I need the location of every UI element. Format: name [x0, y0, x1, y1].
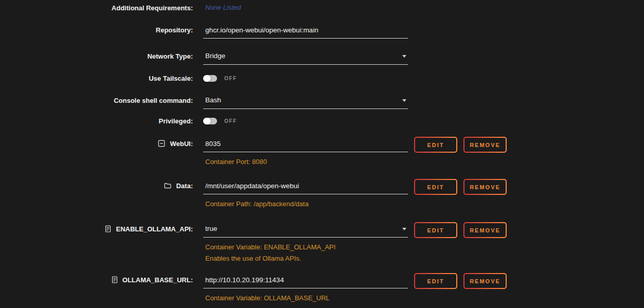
field-description: Enables the use of Ollama APIs.: [203, 255, 408, 262]
toggle-knob: [203, 75, 211, 82]
edit-button[interactable]: EDIT: [414, 273, 457, 289]
repository-input[interactable]: [203, 25, 408, 39]
enable-ollama-api-select[interactable]: true: [203, 224, 408, 238]
field-description: Container Port: 8080: [203, 158, 408, 166]
remove-button-label: REMOVE: [470, 184, 500, 190]
console-shell-selected-value: Bash: [205, 96, 221, 104]
toggle-knob: [203, 118, 211, 124]
remove-button-label: REMOVE: [470, 278, 500, 284]
dropdown-arrow-icon: [402, 99, 406, 102]
dropdown-arrow-icon: [402, 228, 406, 230]
toggle-state-label: OFF: [224, 76, 237, 81]
field-description: Container Variable: ENABLE_OLLAMA_API: [203, 243, 408, 251]
remove-button-label: REMOVE: [470, 142, 500, 148]
field-label: OLLAMA_BASE_URL:: [122, 276, 193, 284]
privileged-toggle[interactable]: [203, 118, 217, 124]
field-label: ENABLE_OLLAMA_API:: [116, 225, 193, 233]
additional-requirements-value: None Listed: [203, 4, 408, 12]
webui-port-input[interactable]: [203, 138, 408, 152]
field-row-use-tailscale: Use Tailscale: OFF: [0, 74, 644, 82]
edit-button-label: EDIT: [427, 227, 444, 233]
field-row-ollama-base-url: OLLAMA_BASE_URL: Container Variable: OLL…: [0, 273, 644, 302]
field-row-network-type: Network Type: Bridge: [0, 51, 644, 65]
port-icon: [158, 140, 165, 147]
field-row-privileged: Privileged: OFF: [0, 117, 644, 125]
data-path-input[interactable]: [203, 180, 408, 194]
field-row-webui-port: WebUI: Container Port: 8080 EDIT REMOVE: [0, 137, 644, 166]
edit-button-label: EDIT: [427, 278, 444, 284]
edit-button-label: EDIT: [427, 142, 444, 148]
enable-ollama-api-selected-value: true: [205, 225, 217, 232]
field-label: WebUI:: [170, 140, 193, 148]
field-label: Privileged:: [159, 117, 193, 125]
field-label: Additional Requirements:: [112, 4, 193, 12]
variable-icon: [112, 276, 118, 283]
toggle-state-label: OFF: [224, 118, 237, 124]
ollama-base-url-input[interactable]: [203, 275, 408, 288]
field-row-data-path: Data: Container Path: /app/backend/data …: [0, 179, 644, 208]
variable-icon: [105, 225, 111, 232]
field-row-repository: Repository:: [0, 25, 644, 39]
dropdown-arrow-icon: [402, 55, 406, 58]
field-label: Data:: [176, 182, 193, 190]
remove-button-label: REMOVE: [470, 227, 500, 233]
field-row-additional-requirements: Additional Requirements: None Listed: [0, 4, 644, 12]
remove-button[interactable]: REMOVE: [463, 137, 507, 153]
edit-button[interactable]: EDIT: [414, 179, 457, 195]
field-row-console-shell-command: Console shell command: Bash: [0, 95, 644, 109]
remove-button[interactable]: REMOVE: [463, 222, 507, 238]
edit-button-label: EDIT: [427, 184, 444, 190]
field-row-enable-ollama-api: ENABLE_OLLAMA_API: true Container Variab…: [0, 222, 644, 262]
field-label: Use Tailscale:: [149, 75, 193, 82]
field-label: Repository:: [156, 26, 193, 34]
docker-container-settings-form: Additional Requirements: None Listed Rep…: [0, 0, 644, 308]
network-type-selected-value: Bridge: [205, 52, 225, 60]
field-description: Container Path: /app/backend/data: [203, 200, 408, 208]
field-label: Console shell command:: [114, 97, 193, 104]
remove-button[interactable]: REMOVE: [463, 273, 507, 289]
network-type-select[interactable]: Bridge: [203, 51, 408, 65]
folder-icon: [164, 183, 171, 189]
remove-button[interactable]: REMOVE: [463, 179, 507, 195]
edit-button[interactable]: EDIT: [414, 137, 457, 153]
edit-button[interactable]: EDIT: [414, 222, 457, 238]
field-label: Network Type:: [147, 52, 193, 60]
field-description: Container Variable: OLLAMA_BASE_URL: [203, 294, 408, 302]
use-tailscale-toggle[interactable]: [203, 75, 217, 82]
console-shell-command-select[interactable]: Bash: [203, 95, 408, 109]
